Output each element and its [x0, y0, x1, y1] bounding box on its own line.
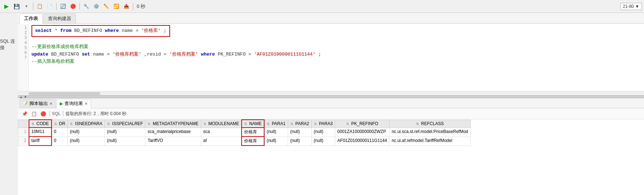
export-button[interactable]: 📋	[30, 110, 38, 118]
tool-icon-1: 📋	[37, 4, 43, 9]
run-button[interactable]: ▶	[2, 2, 11, 11]
th-modulename[interactable]: ⇅ MODULENAME	[201, 120, 242, 128]
tab-script-output[interactable]: 📝 脚本输出 ✕	[19, 99, 56, 108]
main-container: ▶ 💾 ▼ 📋 📄 🔄 🔴 🔧 ⚙️ ✏	[0, 0, 644, 195]
row-1-dr: 0	[52, 128, 68, 137]
right-panel: 工作表 查询构建器 1 2 3 4 5 6 7	[18, 13, 644, 195]
th-dr[interactable]: ⇅ DR	[52, 120, 68, 128]
sql-comment-2: --插入限条电价档案	[32, 58, 641, 66]
tool-btn-3[interactable]: 🔄	[59, 2, 67, 11]
table-row: 2 tariff 0 (null) (null) TariffVO af 价格库…	[18, 137, 471, 146]
table-row: 1 10M11 0 (null) (null) sca_materialpric…	[18, 128, 471, 137]
tool-btn-6[interactable]: ⚙️	[92, 2, 101, 11]
dropdown-button[interactable]: ▼	[22, 2, 31, 11]
tool-btn-7[interactable]: ✏️	[102, 2, 111, 11]
tool-icon-5: 🔧	[83, 4, 89, 9]
sql-label: SQL	[52, 111, 61, 116]
save-icon: 💾	[14, 4, 20, 9]
tool-btn-1[interactable]: 📋	[35, 2, 44, 11]
th-metadatatypename[interactable]: ⇅ METADATATYPENAME	[145, 120, 201, 128]
row-2-isspecialref: (null)	[105, 137, 145, 146]
row-2-name: 价格库	[242, 137, 264, 146]
separator-1	[33, 3, 33, 10]
th-para3[interactable]: ⇅ PARA3	[311, 120, 335, 128]
editor-hscrollbar[interactable]	[18, 91, 644, 95]
row-1-code: 10M11	[29, 128, 52, 137]
row-1-num: 1	[18, 128, 29, 137]
results-section: 📝 脚本输出 ✕ ▶ 查询结果 ✕ 📌	[18, 98, 644, 195]
tool-icon-2: 📄	[47, 4, 53, 9]
table-header-row: ⇅ CODE ⇅ DR ⇅ ISNEEDPARA	[18, 120, 471, 128]
results-toolbar: 📌 📋 🔴 SQL 提取的所有行: 2，用时 0.004 秒	[18, 108, 644, 119]
tool-icon-7: ✏️	[103, 4, 109, 9]
results-tabs: 📝 脚本输出 ✕ ▶ 查询结果 ✕	[18, 98, 644, 108]
row-1-module: sca	[201, 128, 242, 137]
row-1-isneedpara: (null)	[68, 128, 105, 137]
refresh-button[interactable]: 🔴	[39, 110, 47, 118]
sql-update-section: --更新价格库成价格库档案 update BD_REFINFO set name…	[32, 43, 641, 66]
tool-btn-4[interactable]: 🔴	[69, 2, 77, 11]
row-1-isspecialref: (null)	[105, 128, 145, 137]
row-2-dr: 0	[52, 137, 68, 146]
tool-icon-8: 🔁	[113, 4, 119, 9]
separator-3	[79, 3, 80, 10]
th-rownum[interactable]	[18, 120, 29, 128]
tool-btn-2[interactable]: 📄	[45, 2, 54, 11]
th-para2[interactable]: ⇅ PARA2	[288, 120, 311, 128]
sql-connection-label: SQL 连接	[0, 13, 18, 195]
results-sep-1	[49, 111, 50, 116]
row-1-name: 价格库	[242, 128, 264, 137]
script-icon: 📝	[23, 101, 28, 106]
dropdown-icon: ▼	[25, 4, 28, 8]
row-1-para3: (null)	[311, 128, 335, 137]
tool-icon-9: 📤	[124, 4, 129, 9]
separator-2	[56, 3, 57, 10]
results-table: ⇅ CODE ⇅ DR ⇅ ISNEEDPARA	[18, 119, 471, 146]
tool-btn-5[interactable]: 🔧	[82, 2, 91, 11]
editor-section: 工作表 查询构建器 1 2 3 4 5 6 7	[18, 13, 644, 95]
tab-results-close[interactable]: ✕	[84, 101, 88, 106]
th-para1[interactable]: ⇅ PARA1	[264, 120, 288, 128]
sql-query-line: select * from BD_REFINFO where name = '价…	[35, 27, 166, 35]
row-2-num: 2	[18, 137, 29, 146]
row-1-pk: 0001ZA100000000ZWZP	[335, 128, 389, 137]
editor-gutter: 1 2 3 4 5 6 7	[18, 24, 29, 91]
tab-worksheet[interactable]: 工作表	[19, 14, 43, 24]
row-1-para2: (null)	[288, 128, 311, 137]
pin-button[interactable]: 📌	[21, 110, 29, 118]
results-table-container[interactable]: ⇅ CODE ⇅ DR ⇅ ISNEEDPARA	[18, 119, 644, 195]
hscroll-thumb[interactable]	[29, 92, 100, 95]
splitter[interactable]: ▲ ▼	[18, 95, 644, 98]
pin-icon: 📌	[22, 111, 28, 116]
editor-tabs: 工作表 查询构建器	[18, 13, 644, 24]
th-pk-refinfo[interactable]: ⇅ PK_REFINFO	[335, 120, 389, 128]
row-1-meta: sca_materialpricebase	[145, 128, 201, 137]
tool-icon-4: 🔴	[70, 4, 76, 9]
tab-query-results[interactable]: ▶ 查询结果 ✕	[57, 99, 91, 108]
run-icon: ▶	[4, 3, 9, 10]
refresh-icon: 🔴	[40, 111, 46, 116]
row-2-para3: (null)	[311, 137, 335, 146]
tab-script-close[interactable]: ✕	[49, 101, 53, 106]
th-isneedpara[interactable]: ⇅ ISNEEDPARA	[68, 120, 105, 128]
th-refclass[interactable]: ⇅ REFCLASS	[389, 120, 470, 128]
row-1-para1: (null)	[264, 128, 288, 137]
row-2-code: tariff	[29, 137, 52, 146]
tool-icon-6: ⚙️	[93, 4, 99, 9]
tab-query-builder[interactable]: 查询构建器	[43, 14, 76, 23]
page-info[interactable]: 21-80 ▼	[620, 3, 642, 10]
toolbar-right: 21-80 ▼	[620, 3, 642, 10]
th-name[interactable]: ⇅ NAME	[242, 120, 264, 128]
th-code[interactable]: ⇅ CODE	[29, 120, 52, 128]
th-isspecialref[interactable]: ⇅ ISSPECIALREF	[105, 120, 145, 128]
sql-highlighted-box: select * from BD_REFINFO where name = '价…	[32, 25, 170, 37]
save-button[interactable]: 💾	[12, 2, 21, 11]
results-info: 提取的所有行: 2，用时 0.004 秒	[66, 111, 126, 117]
results-sep-2	[63, 111, 63, 116]
tool-btn-8[interactable]: 🔁	[112, 2, 121, 11]
row-2-para2: (null)	[288, 137, 311, 146]
editor-body[interactable]: select * from BD_REFINFO where name = '价…	[29, 24, 644, 91]
editor-content: 1 2 3 4 5 6 7 select *	[18, 24, 644, 91]
timer-label: 0 秒	[137, 3, 145, 10]
tool-btn-9[interactable]: 📤	[122, 2, 131, 11]
